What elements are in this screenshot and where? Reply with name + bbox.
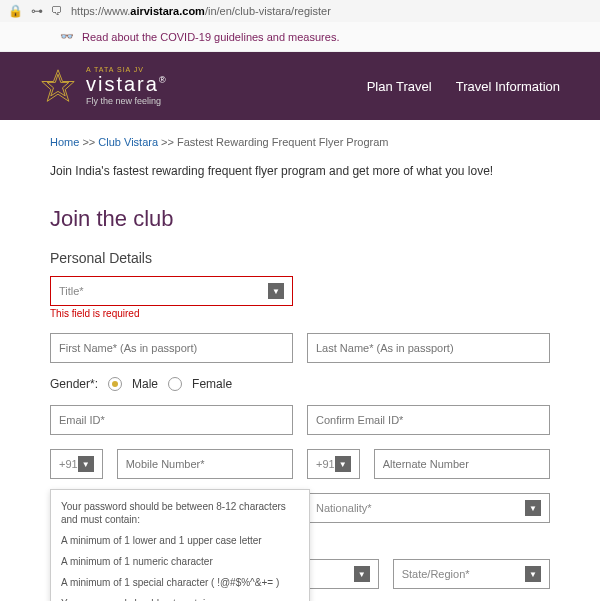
logo-tagline: Fly the new feeling <box>86 96 168 106</box>
logo-tata: A TATA SIA JV <box>86 66 168 73</box>
site-header: A TATA SIA JV vistara® Fly the new feeli… <box>0 52 600 120</box>
breadcrumb-current: Fastest Rewarding Frequent Flyer Program <box>177 136 389 148</box>
section-personal: Personal Details <box>50 250 550 266</box>
chevron-down-icon: ▼ <box>268 283 284 299</box>
chevron-down-icon: ▼ <box>525 566 541 582</box>
breadcrumb-home[interactable]: Home <box>50 136 79 148</box>
state-select[interactable]: State/Region*▼ <box>393 559 550 589</box>
key-icon: ⊶ <box>31 4 43 18</box>
browser-address-bar: 🔒 ⊶ 🗨 https://www.airvistara.com/in/en/c… <box>0 0 600 22</box>
logo-star-icon <box>40 68 76 104</box>
radio-female[interactable] <box>168 377 182 391</box>
covid-banner[interactable]: 👓 Read about the COVID-19 guidelines and… <box>0 22 600 52</box>
email-input[interactable] <box>50 405 293 435</box>
country-code-select[interactable]: +91▼ <box>50 449 103 479</box>
logo-name: vistara® <box>86 73 168 96</box>
title-select[interactable]: Title*▼ <box>50 276 293 306</box>
page-title: Join the club <box>50 206 550 232</box>
confirm-email-input[interactable] <box>307 405 550 435</box>
chevron-down-icon: ▼ <box>335 456 351 472</box>
alt-number-input[interactable] <box>374 449 550 479</box>
logo[interactable]: A TATA SIA JV vistara® Fly the new feeli… <box>40 66 168 106</box>
info-icon: 👓 <box>60 30 74 43</box>
password-tooltip: Your password should be between 8-12 cha… <box>50 489 310 601</box>
nationality-select[interactable]: Nationality*▼ <box>307 493 550 523</box>
gender-label: Gender*: <box>50 377 98 391</box>
shield-icon: 🗨 <box>51 4 63 18</box>
svg-marker-1 <box>47 74 69 96</box>
gender-row: Gender*: Male Female <box>50 377 550 391</box>
intro-text: Join India's fastest rewarding frequent … <box>50 164 550 178</box>
breadcrumb: Home >> Club Vistara >> Fastest Rewardin… <box>50 136 550 148</box>
breadcrumb-club[interactable]: Club Vistara <box>98 136 158 148</box>
chevron-down-icon: ▼ <box>354 566 370 582</box>
nav-plan-travel[interactable]: Plan Travel <box>367 79 432 94</box>
main-nav: Plan Travel Travel Information <box>367 79 560 94</box>
first-name-input[interactable] <box>50 333 293 363</box>
chevron-down-icon: ▼ <box>78 456 94 472</box>
mobile-input[interactable] <box>117 449 293 479</box>
covid-text: Read about the COVID-19 guidelines and m… <box>82 31 339 43</box>
last-name-input[interactable] <box>307 333 550 363</box>
nav-travel-info[interactable]: Travel Information <box>456 79 560 94</box>
title-error: This field is required <box>50 308 293 319</box>
radio-male[interactable] <box>108 377 122 391</box>
alt-code-select[interactable]: +91▼ <box>307 449 360 479</box>
url-text[interactable]: https://www.airvistara.com/in/en/club-vi… <box>71 5 592 17</box>
chevron-down-icon: ▼ <box>525 500 541 516</box>
lock-icon: 🔒 <box>8 4 23 18</box>
